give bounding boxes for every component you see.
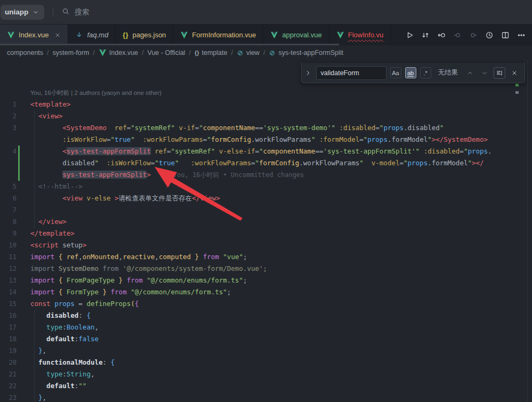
- code-row[interactable]: 1<template>: [0, 99, 532, 110]
- breadcrumb-item-index-vue[interactable]: Index.vue: [99, 49, 138, 57]
- code-row[interactable]: 5 <!--html-->: [0, 181, 532, 192]
- line-number[interactable]: 13: [0, 275, 17, 286]
- workspace-switcher[interactable]: uniapp: [1, 5, 44, 20]
- breadcrumb-item-system-form[interactable]: system-form: [53, 49, 90, 57]
- prev-change-icon[interactable]: [451, 29, 464, 42]
- line-number[interactable]: 18: [0, 333, 17, 345]
- global-search[interactable]: 搜索: [62, 7, 89, 17]
- code-row[interactable]: 10<script setup>: [0, 239, 532, 251]
- code-row[interactable]: 22 default:"": [0, 380, 532, 392]
- split-editor-icon[interactable]: [499, 29, 512, 42]
- code-row[interactable]: 4 <sys-test-appFormSplit ref="systemRef"…: [0, 146, 532, 157]
- back-circle-icon[interactable]: [435, 29, 448, 42]
- code-row[interactable]: 23 },: [0, 392, 532, 402]
- run-icon[interactable]: [403, 29, 416, 42]
- line-number[interactable]: 9: [0, 228, 17, 239]
- code-row[interactable]: 15const props = defineProps({: [0, 298, 532, 310]
- breadcrumb-item-view[interactable]: view: [237, 49, 260, 57]
- tab-label: faq.md: [87, 31, 108, 39]
- breadcrumb-separator: /: [189, 49, 190, 57]
- code-row[interactable]: 13import { FromPageType } from "@/common…: [0, 275, 532, 286]
- find-in-selection-button[interactable]: [494, 67, 505, 79]
- code-text: import SystemDemo from '@/components/sys…: [30, 264, 267, 272]
- tab-faq-md[interactable]: faq.md: [68, 25, 116, 45]
- code-row[interactable]: 2 <view>: [0, 110, 532, 122]
- vue-icon: [270, 31, 278, 39]
- match-case-button[interactable]: Aa: [390, 67, 401, 78]
- code-row[interactable]: 9</template>: [0, 228, 532, 239]
- line-number[interactable]: 2: [0, 110, 17, 122]
- more-icon[interactable]: [515, 29, 528, 42]
- line-number[interactable]: 20: [0, 357, 17, 368]
- line-number[interactable]: 21: [0, 368, 17, 380]
- tab-forminformation-vue[interactable]: FormInformation.vue: [173, 25, 263, 45]
- breadcrumb-label: view: [246, 49, 260, 57]
- code-row[interactable]: You, 16小时前 | 2 authors (yaoyn and one ot…: [0, 87, 532, 99]
- line-number[interactable]: 23: [0, 392, 17, 402]
- breadcrumb-item-components[interactable]: components: [7, 49, 43, 57]
- whole-word-button[interactable]: ab: [405, 67, 416, 78]
- code-row[interactable]: 14import { FormType } from "@/common/enu…: [0, 286, 532, 298]
- code-row[interactable]: 3 <SystemDemo ref="systemRef" v-if="comp…: [0, 122, 532, 134]
- find-next-button[interactable]: [479, 68, 490, 78]
- tab-label: FlowInfo.vu: [348, 31, 383, 39]
- tab-approval-vue[interactable]: approval.vue: [263, 25, 329, 45]
- line-number[interactable]: 11: [0, 251, 17, 263]
- code-row[interactable]: 19 },: [0, 345, 532, 357]
- regex-button[interactable]: .*: [420, 67, 431, 78]
- line-number[interactable]: 19: [0, 345, 17, 357]
- find-previous-button[interactable]: [465, 68, 475, 78]
- code-row[interactable]: disabled" :isWorkFlow="true" :workFlowPa…: [0, 157, 532, 169]
- code-row[interactable]: 18 default:false: [0, 333, 532, 345]
- line-number[interactable]: 10: [0, 239, 17, 251]
- code-text: default:false: [30, 335, 99, 343]
- line-number[interactable]: 12: [0, 263, 17, 275]
- titlebar-divider: [53, 8, 53, 16]
- code-row[interactable]: sys-test-appFormSplit>You, 16小时前 • Uncom…: [0, 169, 532, 181]
- code-row[interactable]: 8 </view>: [0, 216, 532, 228]
- code-row[interactable]: 12import SystemDemo from '@/components/s…: [0, 263, 532, 275]
- tab-pages-json[interactable]: {}pages.json: [116, 25, 173, 45]
- compare-icon[interactable]: [419, 29, 432, 42]
- tab-flowinfo-vu[interactable]: FlowInfo.vu: [329, 25, 391, 45]
- breadcrumb-item-vue-official[interactable]: Vue - Official: [148, 49, 186, 57]
- line-number[interactable]: 16: [0, 310, 17, 321]
- line-number[interactable]: 3: [0, 122, 17, 134]
- editor-pane[interactable]: validateForm Aa ab .* 无结果 You, 16小时前 | 2…: [0, 60, 532, 402]
- code-row[interactable]: 16 disabled: {: [0, 310, 532, 321]
- line-number[interactable]: 17: [0, 321, 17, 333]
- chevron-down-icon: [33, 9, 39, 15]
- line-number[interactable]: 15: [0, 298, 17, 310]
- code-row[interactable]: 20 functionalModule: {: [0, 357, 532, 368]
- line-number[interactable]: 5: [0, 181, 17, 192]
- code-row[interactable]: 7: [0, 204, 532, 216]
- line-number[interactable]: 8: [0, 216, 17, 228]
- code-row[interactable]: 11import { ref,onMounted,reactive,comput…: [0, 251, 532, 263]
- line-number[interactable]: 1: [0, 99, 17, 110]
- close-icon[interactable]: [509, 68, 520, 78]
- line-number[interactable]: 6: [0, 192, 17, 204]
- tab-index-vue[interactable]: Index.vue: [0, 25, 68, 45]
- code-row[interactable]: 17 type:Boolean,: [0, 321, 532, 333]
- code-row[interactable]: 21 type:String,: [0, 368, 532, 380]
- next-change-icon[interactable]: [467, 29, 480, 42]
- code-row[interactable]: :isWorkFlow="true" :workFlowParams="form…: [0, 134, 532, 146]
- line-number[interactable]: 4: [0, 146, 17, 157]
- breadcrumb-item-template[interactable]: {}template: [195, 49, 228, 57]
- find-expand-toggle[interactable]: [304, 63, 312, 83]
- close-icon[interactable]: [54, 32, 61, 38]
- history-icon[interactable]: [483, 29, 496, 42]
- code-text: :isWorkFlow="true" :workFlowParams="form…: [30, 135, 488, 143]
- editor-actions: [400, 25, 532, 45]
- line-number[interactable]: 22: [0, 380, 17, 392]
- code-lines[interactable]: You, 16小时前 | 2 authors (yaoyn and one ot…: [0, 87, 532, 402]
- code-row[interactable]: 6 <view v-else >请检查表单文件是否存在</view>: [0, 192, 532, 204]
- find-input[interactable]: validateForm: [316, 66, 386, 80]
- code-text: <template>: [30, 100, 70, 108]
- line-number[interactable]: 7: [0, 204, 17, 216]
- breadcrumb-item-sys-test-appformsplit[interactable]: sys-test-appFormSplit: [269, 49, 343, 57]
- code-text: <SystemDemo ref="systemRef" v-if="compon…: [30, 124, 444, 132]
- tabbar-scrollbar[interactable]: [0, 44, 339, 45]
- line-number[interactable]: 14: [0, 286, 17, 298]
- overview-ruler[interactable]: [527, 60, 528, 402]
